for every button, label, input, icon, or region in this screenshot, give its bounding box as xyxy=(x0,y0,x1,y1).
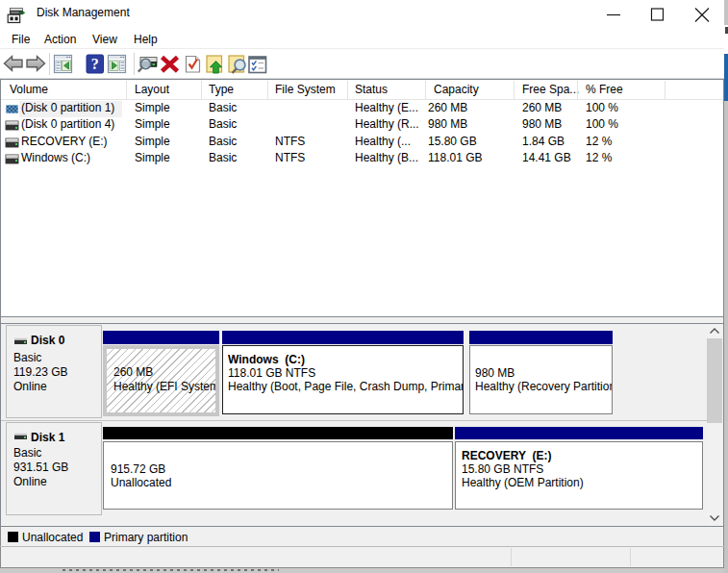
svg-text:?: ? xyxy=(91,56,99,72)
